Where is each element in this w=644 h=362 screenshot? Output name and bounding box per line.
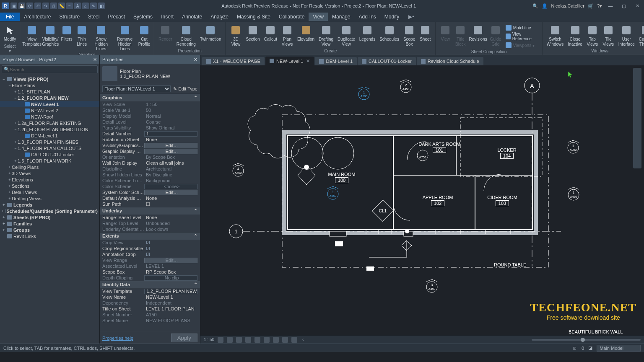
section-head[interactable]: A700 [415, 148, 430, 163]
section-head[interactable]: 1A550 [325, 186, 340, 202]
tab-annotate[interactable]: Annotate [178, 13, 206, 21]
prop-section-header[interactable]: Extents⌃ [100, 232, 200, 240]
file-tab[interactable]: File [0, 13, 20, 21]
property-row[interactable]: Crop View [100, 240, 200, 246]
tree-item[interactable]: −Views (RP PRO) [0, 76, 99, 82]
tab-precast[interactable]: Precast [104, 13, 129, 21]
minimize-button[interactable]: — [605, 2, 615, 10]
property-row[interactable]: Sheet NameNEW FLOOR PLANS [100, 318, 200, 323]
navigation-bar[interactable] [633, 68, 641, 168]
tree-item[interactable]: NEW-Roof [0, 114, 99, 120]
property-row[interactable]: Wall Join DisplayClean all wall joins [100, 160, 200, 166]
property-row[interactable]: Graphic Display OptionsEdit… [100, 148, 200, 154]
tree-item[interactable]: DEM-Level 1 [0, 132, 99, 139]
qat-home-icon[interactable]: ⌂ [82, 3, 89, 9]
editable-only-icon[interactable]: ◪ [588, 345, 592, 351]
property-row[interactable]: Sun Path☐ [100, 201, 200, 207]
crop-visible-icon[interactable] [264, 337, 270, 343]
qat-3d-icon[interactable]: ◧ [98, 3, 105, 9]
properties-help-link[interactable]: Properties help [102, 336, 133, 341]
section-head[interactable]: 3A450 [424, 279, 439, 295]
qat-open-icon[interactable]: ▣ [10, 3, 17, 9]
qat-text-icon[interactable]: A [74, 3, 81, 9]
plan-button[interactable]: PlanViews [280, 23, 295, 47]
tab-massingsite[interactable]: Massing & Site [233, 13, 275, 21]
qat-redo-icon[interactable]: ↷ [42, 3, 49, 9]
property-row[interactable]: Crop Region Visible [100, 246, 200, 251]
viewreference-button[interactable]: View Reference [504, 31, 539, 41]
tab-modify[interactable]: Modify [380, 13, 403, 21]
prop-section-header[interactable]: Graphics⌃ [100, 94, 200, 101]
tree-item[interactable]: +Sections [0, 183, 99, 189]
property-row[interactable]: Depth ClippingNo clip [100, 275, 200, 281]
property-row[interactable]: View RangeEdit… [100, 257, 200, 263]
section-head[interactable]: 4A450 [231, 163, 246, 178]
tree-item[interactable]: +Legends [0, 202, 99, 208]
qat-align-icon[interactable]: ≡ [66, 3, 73, 9]
property-row[interactable]: Color Scheme LocationBackground [100, 178, 200, 184]
property-row[interactable]: Default Analysis Displa…None [100, 195, 200, 201]
tab-steel[interactable]: Steel [84, 13, 104, 21]
doc-tab[interactable]: CALLOUT-01-Locker [358, 57, 416, 65]
tab-manage[interactable]: Manage [328, 13, 354, 21]
property-row[interactable]: Annotation Crop [100, 251, 200, 257]
maximize-button[interactable]: ▢ [619, 2, 629, 10]
tree-item[interactable]: +1.2a_FLOOR PLAN EXISTING [0, 120, 99, 126]
tab-architecture[interactable]: Architecture [20, 13, 55, 21]
tree-item[interactable]: +Detail Views [0, 189, 99, 195]
property-row[interactable]: Range: Top LevelUnbounded [100, 220, 200, 226]
tab-button[interactable]: TabViews [585, 23, 600, 47]
tab-structure[interactable]: Structure [55, 13, 84, 21]
tree-item[interactable]: +Ceiling Plans [0, 164, 99, 170]
property-row[interactable]: Detail Number1 [100, 131, 200, 137]
edit-type-button[interactable]: ✎Edit Type [173, 86, 197, 92]
tab-analyze[interactable]: Analyze [206, 13, 233, 21]
sheet-button[interactable]: Sheet [418, 23, 433, 43]
search-input[interactable] [10, 67, 96, 72]
cut-button[interactable]: CutProfile [137, 23, 151, 47]
property-row[interactable]: View Template1.2_FLOOR PLAN NEW [100, 288, 200, 294]
worksets-icon[interactable]: ⎚ [573, 346, 576, 351]
tree-item[interactable]: +Groups [0, 227, 99, 233]
switch-button[interactable]: SwitchWindows [545, 23, 566, 47]
user-button[interactable]: UserInterface [617, 23, 636, 47]
lock-icon[interactable] [273, 337, 279, 343]
view-control-bar[interactable]: 1 : 50 ‹ [200, 335, 644, 344]
tree-item[interactable]: −1.2b_FLOOR PLAN DEMOLITION [0, 126, 99, 132]
d-button[interactable]: 3DView [228, 23, 243, 47]
detail-level-icon[interactable] [218, 337, 223, 343]
user-name[interactable]: Nicolas.Catellier [551, 3, 584, 8]
property-row[interactable]: DisciplineArchitectural [100, 166, 200, 172]
qat-measure-icon[interactable]: 📏 [58, 3, 65, 9]
doc-tab[interactable]: Revision Cloud Schedule [417, 57, 483, 65]
project-browser-search[interactable]: 🔍 [2, 65, 98, 73]
project-browser-header[interactable]: Project Browser - Project2✕ [0, 55, 99, 64]
instance-select[interactable]: Floor Plan: NEW-Level 1 [102, 85, 171, 92]
design-options-icon[interactable]: :0 [580, 346, 584, 351]
tree-item[interactable]: CALLOUT-01-Locker [0, 151, 99, 158]
prop-section-header[interactable]: Underlay⌃ [100, 207, 200, 215]
remove-button[interactable]: RemoveHidden Lines [114, 23, 136, 52]
tree-item[interactable]: −Floor Plans [0, 82, 99, 88]
view-button[interactable]: ViewTemplates [23, 23, 41, 47]
tree-item[interactable]: +1.5_FLOOR PLAN WORK [0, 158, 99, 164]
property-row[interactable]: Scale Value 1:50 [100, 107, 200, 113]
properties-header[interactable]: Properties✕ [100, 55, 200, 64]
property-row[interactable]: Display ModelNormal [100, 113, 200, 119]
tab-collaborate[interactable]: Collaborate [275, 13, 309, 21]
temp-hide-icon[interactable] [282, 337, 288, 343]
visibility-button[interactable]: Visibility/Graphics [42, 23, 59, 47]
tree-item[interactable]: NEW-Level 2 [0, 107, 99, 114]
callout-button[interactable]: Callout [262, 23, 279, 43]
prop-section-header[interactable]: Identity Data⌃ [100, 281, 200, 288]
qat-undo-icon[interactable]: ↶ [34, 3, 41, 9]
model-select[interactable]: Main Model [597, 345, 641, 352]
tree-item[interactable]: −1.2_FLOOR PLAN NEW [0, 95, 99, 101]
section-head[interactable]: 1A000 [566, 140, 581, 155]
tab-view[interactable]: View [309, 13, 328, 21]
property-row[interactable]: System Color SchemesEdit… [100, 189, 200, 195]
scope-button[interactable]: ScopeBox [402, 23, 417, 47]
tree-item[interactable]: +Schedules/Quantities (Sorting Parameter… [0, 208, 99, 214]
property-row[interactable]: DependencyIndependent [100, 300, 200, 306]
doc-tab[interactable]: X1 - WELCOME PAGE [202, 57, 265, 65]
